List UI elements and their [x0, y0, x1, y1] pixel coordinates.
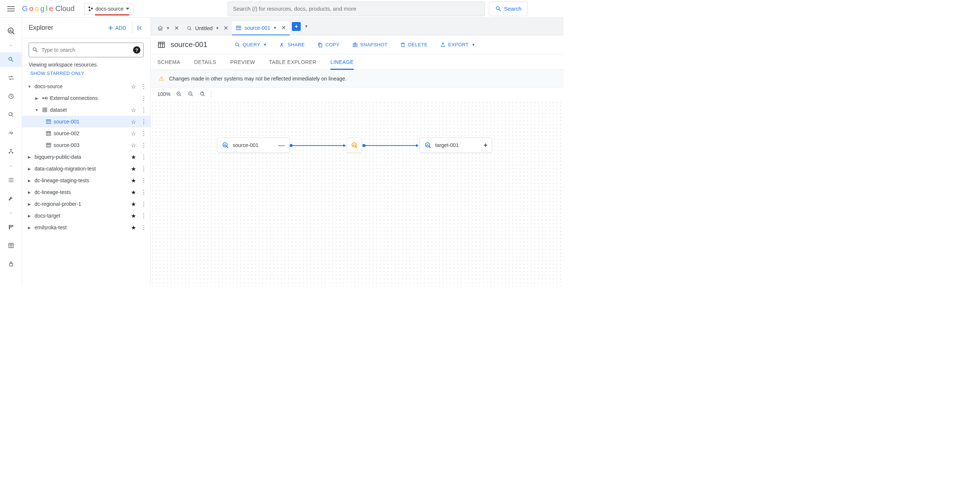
tab-preview[interactable]: PREVIEW [230, 54, 255, 70]
tree-project[interactable]: ▶ docs-target ★ ⋮ [22, 210, 150, 222]
tab-lineage[interactable]: LINEAGE [331, 54, 354, 70]
more-vert-icon[interactable]: ⋮ [140, 83, 147, 90]
rail-dashboard-icon[interactable] [4, 220, 18, 234]
star-outline-icon[interactable]: ☆ [129, 142, 138, 149]
minus-icon[interactable]: — [278, 141, 285, 149]
plus-icon[interactable]: + [484, 141, 487, 149]
query-button[interactable]: QUERY ▼ [231, 40, 270, 50]
more-vert-icon[interactable]: ⋮ [140, 177, 147, 184]
star-filled-icon[interactable]: ★ [129, 165, 138, 172]
tree-project[interactable]: ▶ emilsroka-test ★ ⋮ [22, 222, 150, 233]
hamburger-menu-icon[interactable] [5, 2, 18, 16]
tree-external-connections[interactable]: ▶ External connections ⋮ [22, 92, 150, 104]
rail-bigquery-icon[interactable] [4, 24, 18, 38]
tab-details[interactable]: DETAILS [194, 54, 216, 70]
close-icon[interactable]: ✕ [281, 24, 286, 31]
chevron-down-icon[interactable]: ▼ [166, 26, 170, 30]
tab-schema[interactable]: SCHEMA [158, 54, 180, 70]
delete-button[interactable]: DELETE [396, 40, 431, 50]
add-button[interactable]: ADD [105, 23, 129, 33]
star-outline-icon[interactable]: ☆ [129, 130, 138, 137]
collapse-panel-button[interactable] [132, 22, 144, 34]
share-button[interactable]: SHARE [276, 40, 309, 50]
tree-project[interactable]: ▶ bigquery-public-data ★ ⋮ [22, 151, 150, 163]
chevron-right-icon[interactable]: ▶ [27, 179, 32, 183]
more-vert-icon[interactable]: ⋮ [140, 95, 147, 102]
project-selector[interactable]: docs-source [84, 3, 134, 15]
chevron-right-icon[interactable]: ▶ [27, 214, 32, 218]
more-vert-icon[interactable]: ⋮ [140, 154, 147, 161]
rail-migrate-icon[interactable] [4, 126, 18, 140]
zoom-out-button[interactable] [188, 91, 194, 97]
chevron-right-icon[interactable]: ▶ [27, 202, 32, 206]
rail-scheduled-icon[interactable] [4, 107, 18, 122]
snapshot-button[interactable]: SNAPSHOT [348, 40, 391, 50]
search-field[interactable] [233, 5, 479, 12]
rail-history-icon[interactable] [4, 89, 18, 103]
rail-lock-icon[interactable] [4, 256, 18, 271]
more-vert-icon[interactable]: ⋮ [140, 165, 147, 172]
chevron-right-icon[interactable]: ▶ [27, 155, 32, 159]
chevron-right-icon[interactable]: ▶ [34, 96, 40, 100]
more-vert-icon[interactable]: ⋮ [140, 189, 147, 196]
show-starred-button[interactable]: SHOW STARRED ONLY [22, 69, 150, 81]
star-outline-icon[interactable]: ☆ [129, 118, 138, 125]
tree-project[interactable]: ▶ data-catalog-migration-test ★ ⋮ [22, 163, 150, 175]
chevron-right-icon[interactable]: ▶ [27, 226, 32, 230]
more-vert-icon[interactable]: ⋮ [140, 106, 147, 114]
more-vert-icon[interactable]: ⋮ [140, 142, 147, 149]
lineage-node-process[interactable] [347, 137, 362, 153]
more-vert-icon[interactable]: ⋮ [140, 212, 147, 219]
close-icon[interactable]: ✕ [223, 25, 228, 32]
lineage-node-source[interactable]: source-001 — [217, 137, 290, 153]
close-icon[interactable]: ✕ [174, 25, 179, 32]
tree-project[interactable]: ▶ dc-lineage-staging-tests ★ ⋮ [22, 175, 150, 186]
chevron-down-icon[interactable]: ▼ [215, 26, 219, 30]
star-filled-icon[interactable]: ★ [129, 189, 138, 196]
google-cloud-logo[interactable]: Google Cloud [22, 5, 75, 13]
zoom-in-button[interactable] [176, 91, 182, 97]
tree-table-source-002[interactable]: source-002 ☆ ⋮ [22, 127, 150, 139]
star-filled-icon[interactable]: ★ [129, 177, 138, 184]
untitled-tab[interactable]: Untitled ▼ ✕ [183, 21, 232, 35]
rail-wrench-icon[interactable] [4, 191, 18, 206]
star-outline-icon[interactable]: ☆ [129, 106, 138, 114]
more-vert-icon[interactable]: ⋮ [140, 118, 147, 125]
more-vert-icon[interactable]: ⋮ [140, 130, 147, 137]
star-filled-icon[interactable]: ★ [129, 154, 138, 161]
export-button[interactable]: EXPORT ▼ [436, 40, 479, 50]
lineage-node-target[interactable]: target-001 + [419, 137, 492, 153]
star-filled-icon[interactable]: ★ [129, 224, 138, 231]
tab-overflow-menu[interactable]: ▼ [304, 24, 308, 28]
rail-explorer-icon[interactable] [0, 52, 22, 67]
star-filled-icon[interactable]: ★ [129, 212, 138, 219]
chevron-right-icon[interactable]: ▶ [27, 190, 32, 194]
chevron-down-icon[interactable]: ▼ [34, 108, 40, 112]
explorer-search-input[interactable]: ? [29, 43, 144, 57]
rail-table-icon[interactable] [4, 238, 18, 253]
new-tab-button[interactable]: + [292, 22, 301, 31]
rail-list-icon[interactable] [4, 173, 18, 188]
rail-transfers-icon[interactable] [4, 70, 18, 85]
help-icon[interactable]: ? [133, 46, 140, 54]
chevron-down-icon[interactable]: ▼ [273, 26, 277, 30]
home-tab[interactable]: ▼ ✕ [154, 21, 183, 35]
tree-dataset[interactable]: ▼ dataset ☆ ⋮ [22, 104, 150, 116]
rail-connector-icon[interactable] [4, 144, 18, 159]
star-filled-icon[interactable]: ★ [129, 201, 138, 208]
global-search-input[interactable] [228, 2, 485, 16]
tree-project[interactable]: ▶ dc-lineage-tests ★ ⋮ [22, 186, 150, 198]
tab-table-explorer[interactable]: TABLE EXPLORER [269, 54, 317, 70]
tree-table-source-003[interactable]: source-003 ☆ ⋮ [22, 139, 150, 151]
more-vert-icon[interactable]: ⋮ [140, 201, 147, 208]
search-button[interactable]: Search [489, 2, 528, 16]
star-outline-icon[interactable]: ☆ [129, 83, 138, 90]
chevron-down-icon[interactable]: ▼ [27, 84, 32, 89]
lineage-canvas[interactable]: source-001 — target-001 + [151, 101, 563, 286]
copy-button[interactable]: COPY [313, 40, 343, 50]
source-001-tab[interactable]: source-001 ▼ ✕ [232, 21, 290, 35]
zoom-reset-button[interactable] [199, 91, 206, 97]
tree-table-source-001[interactable]: source-001 ☆ ⋮ [22, 116, 150, 127]
tree-project[interactable]: ▶ dc-regional-prober-1 ★ ⋮ [22, 198, 150, 210]
chevron-right-icon[interactable]: ▶ [27, 167, 32, 171]
